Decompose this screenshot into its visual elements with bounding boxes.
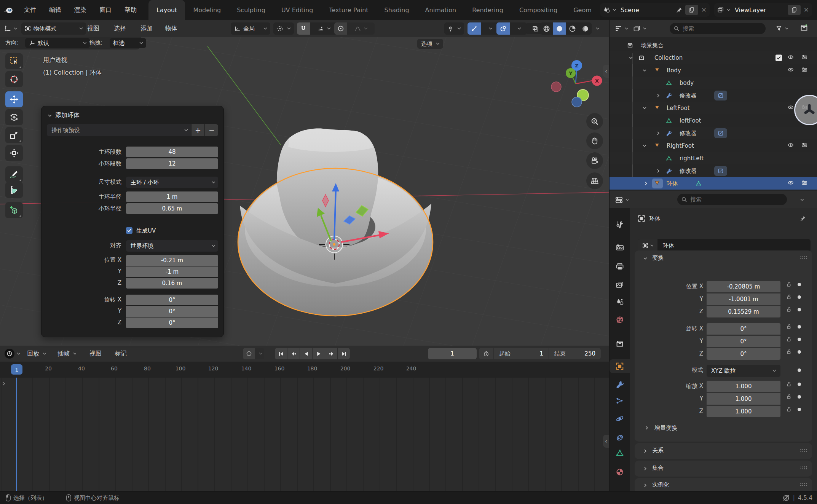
tab-constraints[interactable] (616, 434, 624, 442)
playhead[interactable] (16, 378, 17, 491)
menu-edit[interactable]: 编辑 (43, 0, 68, 20)
outliner-row-body-object[interactable]: Body (610, 64, 817, 77)
properties-search-input[interactable] (677, 194, 787, 205)
new-scene-button[interactable] (685, 5, 698, 15)
location-x-field[interactable]: -0.21 m (126, 255, 218, 266)
animate-dot[interactable] (798, 383, 801, 386)
object-id-icon[interactable] (638, 239, 657, 252)
outliner-display-mode-dropdown[interactable] (633, 23, 646, 34)
tab-output[interactable] (616, 262, 624, 271)
rotation-x-field[interactable]: 0° (126, 295, 218, 305)
animate-dot[interactable] (798, 395, 801, 399)
prop-loc-y-field[interactable]: -1.0001 m (707, 293, 780, 305)
menu-help[interactable]: 帮助 (118, 0, 143, 20)
current-frame-field[interactable]: 1 (428, 348, 477, 359)
outliner-row-collection[interactable]: Collection (610, 51, 817, 64)
show-gizmo-toggle[interactable] (468, 22, 481, 35)
lock-icon[interactable] (786, 294, 793, 301)
camera-visibility-icon[interactable] (801, 142, 809, 150)
play-reverse-button[interactable] (300, 348, 312, 359)
autokey-toggle[interactable] (243, 348, 255, 359)
proportional-falloff-dropdown[interactable] (347, 22, 375, 35)
drag-dropdown[interactable]: 框选 (110, 38, 146, 48)
tab-collection[interactable] (616, 340, 624, 348)
menu-playback[interactable]: 回放 (22, 348, 51, 359)
properties-options-dropdown[interactable] (795, 194, 808, 206)
viewlayer-icon[interactable] (714, 6, 733, 13)
camera-visibility-icon[interactable] (801, 54, 809, 62)
lock-icon[interactable] (786, 281, 793, 288)
lock-icon[interactable] (786, 306, 793, 313)
editor-type-outliner[interactable] (615, 23, 628, 34)
minor-radius-field[interactable]: 0.65 m (126, 203, 218, 214)
animate-dot[interactable] (798, 283, 801, 286)
outliner-row-rightfoot-modifiers[interactable]: 修改器 (610, 164, 817, 177)
animate-dot[interactable] (798, 295, 801, 299)
prop-scale-x-field[interactable]: 1.000 (707, 381, 780, 392)
dimensions-mode-dropdown[interactable]: 主环 / 小环 (126, 177, 218, 188)
outliner-row-rightleft-mesh[interactable]: rightLeft (610, 152, 817, 164)
toggle-ortho-button[interactable] (586, 172, 603, 189)
zoom-button[interactable] (586, 113, 603, 130)
menu-markers[interactable]: 标记 (110, 348, 132, 359)
camera-visibility-icon[interactable] (801, 180, 809, 187)
jump-to-end-button[interactable] (338, 348, 350, 359)
tab-modeling[interactable]: Modeling (185, 0, 229, 20)
tool-rotate[interactable] (5, 109, 23, 125)
shading-solid-button[interactable] (553, 22, 566, 35)
panel-title[interactable]: 添加环体 (55, 112, 80, 120)
tab-geometry-nodes[interactable]: Geom (565, 0, 592, 20)
subsurf-modifier-icon[interactable] (714, 128, 727, 138)
tool-transform[interactable] (5, 145, 23, 161)
current-frame-badge[interactable]: 1 (11, 364, 22, 375)
rotation-y-field[interactable]: 0° (126, 306, 218, 317)
pin-icon[interactable] (676, 7, 682, 13)
lock-icon[interactable] (786, 406, 793, 413)
gizmo-neg-x-axis[interactable] (551, 82, 561, 92)
prop-loc-x-field[interactable]: -0.20805 m (707, 281, 780, 292)
tool-add-primitive[interactable] (5, 202, 23, 218)
tab-object-data[interactable] (616, 449, 624, 457)
lock-icon[interactable] (786, 336, 793, 343)
align-dropdown[interactable]: 世界环境 (126, 240, 218, 252)
tool-move[interactable] (5, 91, 23, 107)
scene-icon[interactable] (600, 6, 619, 13)
relations-panel[interactable]: 关系 (635, 443, 812, 459)
menu-view-timeline[interactable]: 视图 (85, 348, 107, 359)
remove-preset-button[interactable]: − (205, 124, 218, 136)
rotation-z-field[interactable]: 0° (126, 317, 218, 328)
visibility-dropdown[interactable] (444, 22, 464, 35)
outliner-filter-dropdown[interactable] (776, 23, 788, 34)
hide-eye-icon[interactable] (788, 67, 795, 74)
tab-view-layer[interactable] (616, 280, 624, 289)
prev-keyframe-button[interactable] (287, 348, 300, 359)
menu-keying[interactable]: 插帧 (53, 348, 81, 359)
camera-visibility-icon[interactable] (801, 67, 809, 74)
menu-object[interactable]: 物体 (160, 22, 182, 35)
outliner-row-leftfoot-mesh[interactable]: leftFoot (610, 114, 817, 127)
menu-file[interactable]: 文件 (18, 0, 43, 20)
panel-expand-icon[interactable] (642, 255, 648, 262)
delta-transform-header[interactable]: 增量变换 (654, 424, 677, 432)
animate-dot[interactable] (798, 308, 801, 311)
show-overlays-toggle[interactable] (496, 22, 510, 35)
tab-modifiers[interactable] (616, 380, 624, 389)
timeline-ruler[interactable]: 1 20 40 60 80 100 120 140 160 180 200 22… (0, 362, 609, 378)
outliner-row-leftfoot-object[interactable]: LeftFoot (610, 102, 817, 114)
tab-physics[interactable] (616, 415, 624, 423)
outliner-row-scene-collection[interactable]: 场景集合 (610, 39, 817, 51)
location-z-field[interactable]: 0.16 m (126, 278, 218, 289)
operator-presets-dropdown[interactable]: 操作项预设 (47, 124, 191, 136)
prop-rot-y-field[interactable]: 0° (707, 336, 780, 347)
tab-render[interactable] (616, 243, 624, 252)
proportional-edit-toggle[interactable] (334, 22, 347, 35)
snap-target-dropdown[interactable] (310, 22, 338, 35)
body-object[interactable] (277, 128, 378, 247)
prop-rot-z-field[interactable]: 0° (707, 348, 780, 360)
autokey-dropdown[interactable] (255, 348, 264, 359)
mode-dropdown[interactable]: 物体模式 (21, 22, 86, 35)
panel-grip[interactable] (800, 483, 807, 486)
lock-icon[interactable] (786, 381, 793, 388)
major-radius-field[interactable]: 1 m (126, 191, 218, 202)
overlays-dropdown[interactable] (510, 22, 527, 35)
